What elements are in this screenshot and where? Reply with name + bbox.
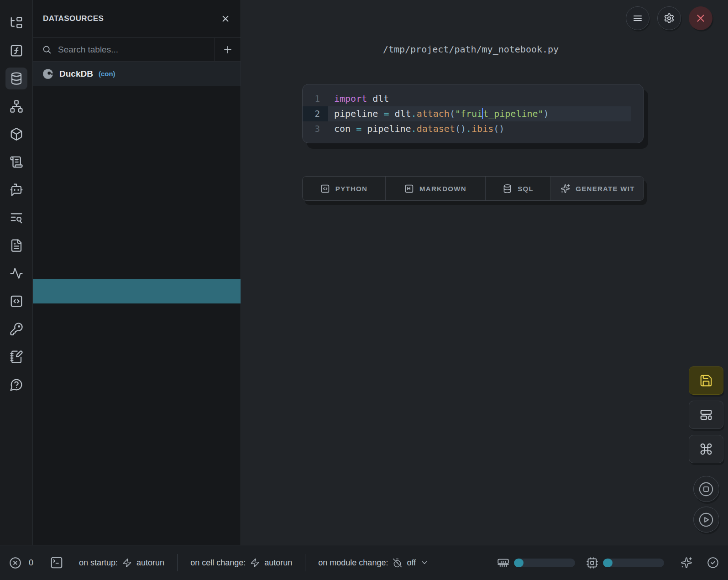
- add-cell-sql-button[interactable]: SQL: [485, 177, 550, 200]
- side-action-buttons: [689, 366, 723, 537]
- activity-rail: [0, 0, 33, 545]
- documentation-icon: [10, 155, 23, 169]
- add-datasource-button[interactable]: [214, 38, 241, 61]
- terminal-icon: [50, 556, 63, 570]
- datasources-panel: DATASOURCES DuckDB (con): [33, 0, 241, 545]
- command-palette-button[interactable]: [689, 435, 723, 463]
- code-cell[interactable]: 1import dlt2pipeline = dlt.attach("fruit…: [302, 84, 644, 143]
- database-icon: [503, 184, 512, 193]
- error-count-button[interactable]: 0: [9, 557, 33, 569]
- line-number: 3: [303, 121, 328, 136]
- tree-row-customers[interactable]: [33, 231, 241, 255]
- setting-value: off: [407, 558, 416, 568]
- run-button[interactable]: [693, 507, 719, 533]
- ram-usage-meter: [514, 559, 575, 567]
- schema-tree: [33, 86, 241, 449]
- terminal-button[interactable]: [50, 556, 63, 570]
- tree-row-city[interactable]: [33, 303, 241, 328]
- rail-item-file-explorer[interactable]: [5, 12, 27, 34]
- rail-item-scratchpad[interactable]: [5, 346, 27, 368]
- tree-row-purchases[interactable]: [33, 400, 241, 424]
- circle-x-icon: [9, 557, 21, 569]
- gear-icon: [664, 13, 675, 24]
- rail-item-help[interactable]: [5, 374, 27, 396]
- packages-icon: [10, 127, 23, 141]
- setting-label: on module change:: [318, 558, 388, 568]
- rail-item-tracing[interactable]: [5, 262, 27, 284]
- outline-icon: [10, 239, 23, 252]
- rail-item-packages[interactable]: [5, 123, 27, 145]
- divider: [305, 554, 305, 571]
- menu-button[interactable]: [626, 6, 649, 30]
- cpu-icon: [586, 557, 598, 569]
- datasources-icon: [10, 72, 23, 85]
- settings-button[interactable]: [657, 6, 681, 30]
- search-input[interactable]: [58, 45, 214, 55]
- tree-row-_dlt_id[interactable]: [33, 352, 241, 376]
- error-count: 0: [29, 558, 33, 568]
- rail-item-chat[interactable]: [5, 179, 27, 201]
- snippets-icon: [10, 294, 23, 308]
- tree-row-_dlt_version[interactable]: [33, 207, 241, 231]
- add-cell-python-button[interactable]: PYTHON: [303, 177, 385, 200]
- editor-area: /tmp/project/path/my_notebook.py 1import…: [241, 0, 728, 545]
- tree-row-name[interactable]: [33, 279, 241, 303]
- code-line-1[interactable]: 1import dlt: [303, 91, 643, 106]
- add-cell-markdown-button[interactable]: MARKDOWN: [385, 177, 485, 200]
- tree-row-transformed_202504291112283581[interactable]: [33, 424, 241, 449]
- save-button[interactable]: [689, 366, 723, 395]
- button-label: SQL: [518, 185, 534, 193]
- setting-value: autorun: [136, 558, 164, 568]
- kernel-status-icon[interactable]: [707, 557, 719, 569]
- stop-button[interactable]: [693, 476, 719, 502]
- ai-assist-button[interactable]: [681, 557, 692, 569]
- tree-row-_dlt_pipeline_state[interactable]: [33, 183, 241, 207]
- layout-button[interactable]: [689, 401, 723, 429]
- command-icon: [699, 442, 713, 456]
- dependencies-icon: [10, 99, 23, 113]
- close-app-button[interactable]: [689, 6, 712, 30]
- rail-item-secrets[interactable]: [5, 318, 27, 340]
- tree-row-_dlt_loads[interactable]: [33, 158, 241, 183]
- tree-row-source_202504291112283468[interactable]: [33, 134, 241, 158]
- rail-item-snippets[interactable]: [5, 290, 27, 312]
- status-bar: 0on startup:autorunon cell change:autoru…: [0, 545, 728, 580]
- tree-row-main[interactable]: [33, 110, 241, 134]
- on-cell-change-setting[interactable]: on cell change:autorun: [190, 558, 292, 568]
- rail-item-outline[interactable]: [5, 235, 27, 256]
- button-label: MARKDOWN: [419, 185, 466, 193]
- generate-with-ai-button[interactable]: GENERATE WIT: [550, 177, 644, 200]
- engine-name: DuckDB: [59, 69, 93, 79]
- playcirc-icon: [698, 512, 714, 528]
- rail-item-documentation[interactable]: [5, 151, 27, 173]
- chat-icon: [10, 183, 23, 197]
- search-row: [33, 37, 241, 62]
- panel-close-button[interactable]: [220, 14, 230, 24]
- tree-row-_dlt_load_id[interactable]: [33, 328, 241, 352]
- sparkles-icon: [560, 184, 570, 193]
- tree-row-inventory[interactable]: [33, 376, 241, 400]
- search-box: [33, 45, 214, 55]
- variables-icon: [10, 44, 23, 57]
- line-number: 1: [303, 91, 328, 106]
- on-startup-setting[interactable]: on startup:autorun: [79, 558, 164, 568]
- on-module-change-setting[interactable]: on module change:off: [318, 558, 429, 568]
- zap-icon: [250, 558, 260, 568]
- window-buttons: [626, 6, 712, 30]
- code-line-3[interactable]: 3con = pipeline.dataset().ibis(): [303, 121, 643, 136]
- code-line-2[interactable]: 2pipeline = dlt.attach("fruit_pipeline"): [303, 106, 631, 121]
- duckdb-connection-row[interactable]: DuckDB (con): [33, 62, 241, 86]
- rail-item-datasources[interactable]: [5, 68, 27, 89]
- search-icon: [42, 45, 52, 54]
- tree-row-fruit_pipeline[interactable]: [33, 86, 241, 110]
- button-label: GENERATE WIT: [576, 185, 634, 193]
- rail-item-variables[interactable]: [5, 40, 27, 62]
- stopcirc-icon: [698, 481, 714, 497]
- notebook-file-path: /tmp/project/path/my_notebook.py: [241, 44, 701, 55]
- divider: [177, 554, 178, 571]
- rail-item-dependencies[interactable]: [5, 95, 27, 117]
- button-label: PYTHON: [335, 185, 367, 193]
- tree-row-id[interactable]: [33, 255, 241, 279]
- chevron-down-icon: [420, 559, 429, 567]
- rail-item-logs[interactable]: [5, 207, 27, 229]
